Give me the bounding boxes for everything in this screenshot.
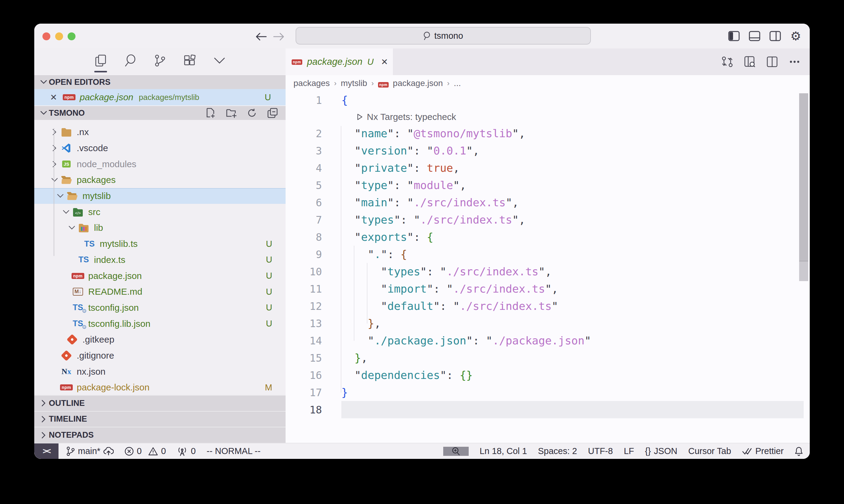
eol-item[interactable]: LF xyxy=(624,446,634,456)
language-mode-item[interactable]: {} JSON xyxy=(645,446,677,456)
code-line-9[interactable]: 9 ".": { xyxy=(286,246,810,263)
code-line-content: "types": "./src/index.ts", xyxy=(341,214,804,226)
more-actions-button[interactable] xyxy=(789,56,800,68)
chevron-down-icon[interactable] xyxy=(49,178,61,182)
git-status-badge: U xyxy=(266,303,272,312)
code-line-10[interactable]: 10 "types": "./src/index.ts", xyxy=(286,263,810,280)
chevron-down-icon[interactable] xyxy=(66,226,78,230)
tree-item--gitkeep[interactable]: .gitkeep xyxy=(34,332,286,348)
tree-item-mytslib[interactable]: mytslib xyxy=(34,188,286,204)
open-editors-section-header[interactable]: OPEN EDITORS xyxy=(34,74,286,89)
tree-item-lib[interactable]: lib xyxy=(34,220,286,236)
close-tab-button[interactable]: ✕ xyxy=(381,57,388,67)
open-preview-button[interactable] xyxy=(744,56,756,68)
code-line-12[interactable]: 12 "default": "./src/index.ts" xyxy=(286,298,810,315)
open-editor-item[interactable]: ✕ npm package.json packages/mytslib U xyxy=(34,89,286,105)
breadcrumb-item-packages[interactable]: packages xyxy=(293,78,330,88)
git-status-badge: M xyxy=(265,382,272,393)
minimize-window-button[interactable] xyxy=(55,32,63,40)
zoom-window-button[interactable] xyxy=(68,32,75,40)
code-line-17[interactable]: 17} xyxy=(286,384,810,401)
workspace-section-header[interactable]: TSMONO xyxy=(34,105,286,120)
close-editor-icon[interactable]: ✕ xyxy=(50,92,59,102)
command-center-search[interactable]: tsmono xyxy=(296,27,591,44)
tree-item--gitignore[interactable]: .gitignore xyxy=(34,348,286,364)
notepads-section-header[interactable]: NOTEPADS xyxy=(34,427,286,443)
tree-item-readme-md[interactable]: M↓README.mdU xyxy=(34,284,286,300)
tree-item-src[interactable]: </>src xyxy=(34,204,286,220)
code-editor[interactable]: 1{ Nx Targets: typecheck2 "name": "@tsmo… xyxy=(286,91,810,443)
chevron-down-icon[interactable] xyxy=(54,194,66,198)
problems-status-item[interactable]: 0 0 xyxy=(125,446,166,456)
activity-source-control-button[interactable] xyxy=(153,54,167,68)
settings-button[interactable]: ⚙ xyxy=(790,30,802,42)
chevron-down-icon[interactable] xyxy=(60,210,72,214)
activity-extensions-button[interactable] xyxy=(183,54,197,68)
collapse-folders-button[interactable] xyxy=(267,107,278,119)
files-icon xyxy=(95,55,106,67)
split-editor-button[interactable] xyxy=(766,56,778,68)
cursor-tab-item[interactable]: Cursor Tab xyxy=(688,446,731,456)
navigate-forward-button[interactable] xyxy=(272,30,286,43)
outline-section-header[interactable]: OUTLINE xyxy=(34,395,286,411)
codelens-nx-targets[interactable]: Nx Targets: typecheck xyxy=(286,109,810,125)
chevron-right-icon[interactable] xyxy=(49,145,61,151)
code-line-13[interactable]: 13 }, xyxy=(286,315,810,332)
toggle-panel-button[interactable] xyxy=(748,30,761,42)
tab-package-json[interactable]: npm package.json U ✕ xyxy=(286,49,393,75)
code-line-6[interactable]: 6 "main": "./src/index.ts", xyxy=(286,194,810,211)
open-changes-button[interactable] xyxy=(721,56,733,68)
chevron-right-icon[interactable] xyxy=(49,161,61,167)
vim-mode-indicator[interactable]: -- NORMAL -- xyxy=(207,446,261,456)
activity-explorer-button[interactable] xyxy=(94,54,108,68)
tree-item-packages[interactable]: packages xyxy=(34,172,286,188)
code-line-18[interactable]: 18 xyxy=(286,401,810,418)
code-line-3[interactable]: 3 "version": "0.0.1", xyxy=(286,142,810,159)
notifications-button[interactable] xyxy=(795,447,803,456)
navigate-back-button[interactable] xyxy=(254,30,268,43)
scrollbar-thumb[interactable] xyxy=(799,93,808,261)
tree-item--vscode[interactable]: .vscode xyxy=(34,140,286,156)
tree-item--nx[interactable]: .nx xyxy=(34,124,286,140)
tree-item-index-ts[interactable]: TSindex.tsU xyxy=(34,252,286,268)
activity-search-button[interactable] xyxy=(123,54,137,68)
cursor-position-item[interactable]: Ln 18, Col 1 xyxy=(480,446,527,456)
tree-item-node-modules[interactable]: JSnode_modules xyxy=(34,156,286,172)
code-line-11[interactable]: 11 "import": "./src/index.ts", xyxy=(286,280,810,298)
indentation-item[interactable]: Spaces: 2 xyxy=(538,446,577,456)
code-line-14[interactable]: 14 "./package.json": "./package.json" xyxy=(286,332,810,349)
new-folder-button[interactable] xyxy=(226,107,237,119)
timeline-section-header[interactable]: TIMELINE xyxy=(34,411,286,427)
code-line-1[interactable]: 1{ xyxy=(286,91,810,109)
line-number: 11 xyxy=(286,283,341,295)
toggle-secondary-sidebar-button[interactable] xyxy=(769,30,781,42)
code-line-5[interactable]: 5 "type": "module", xyxy=(286,177,810,194)
breadcrumb-item-mytslib[interactable]: mytslib xyxy=(341,78,367,88)
branch-status-item[interactable]: main* xyxy=(66,446,114,456)
code-line-8[interactable]: 8 "exports": { xyxy=(286,228,810,246)
close-window-button[interactable] xyxy=(42,32,50,40)
code-line-16[interactable]: 16 "dependencies": {} xyxy=(286,366,810,384)
tree-item-tsconfig-lib-json[interactable]: TS⚙tsconfig.lib.jsonU xyxy=(34,316,286,332)
tree-item-tsconfig-json[interactable]: TS⚙tsconfig.jsonU xyxy=(34,300,286,316)
remote-indicator[interactable]: >< xyxy=(34,444,58,459)
code-line-4[interactable]: 4 "private": true, xyxy=(286,159,810,177)
tree-item-package-json[interactable]: npmpackage.jsonU xyxy=(34,268,286,284)
breadcrumb-item-symbol[interactable]: ... xyxy=(454,78,461,88)
tree-item-package-lock-json[interactable]: npmpackage-lock.jsonM xyxy=(34,379,286,396)
encoding-item[interactable]: UTF-8 xyxy=(588,446,613,456)
code-line-2[interactable]: 2 "name": "@tsmono/mytslib", xyxy=(286,125,810,142)
refresh-explorer-button[interactable] xyxy=(246,107,258,119)
activity-more-views-button[interactable] xyxy=(212,54,226,68)
tree-item-mytslib-ts[interactable]: TSmytslib.tsU xyxy=(34,236,286,252)
code-line-7[interactable]: 7 "types": "./src/index.ts", xyxy=(286,211,810,228)
ports-status-item[interactable]: 0 xyxy=(177,446,195,456)
new-file-button[interactable] xyxy=(205,107,217,119)
chevron-right-icon[interactable] xyxy=(49,129,61,136)
tree-item-nx-json[interactable]: Nxnx.json xyxy=(34,363,286,379)
code-line-15[interactable]: 15 }, xyxy=(286,349,810,366)
toggle-primary-sidebar-button[interactable] xyxy=(728,30,740,42)
zoom-status-item[interactable] xyxy=(443,447,469,456)
formatter-item[interactable]: Prettier xyxy=(742,446,784,456)
breadcrumb-item-file[interactable]: package.json xyxy=(393,78,443,88)
